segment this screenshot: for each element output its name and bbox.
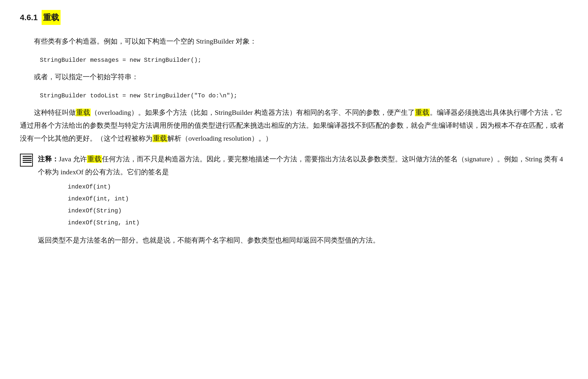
highlight-overloading-note: 重载 — [87, 155, 102, 163]
code-text-2: StringBuilder todoList = new StringBuild… — [40, 92, 237, 99]
return-type-text: 返回类型不是方法签名的一部分。也就是说，不能有两个名字相同、参数类型也相同却返回… — [38, 236, 380, 244]
note-icon — [20, 154, 33, 167]
note-label: 注释： — [38, 155, 59, 163]
code-list-item-4: indexOf(String, int) — [68, 217, 568, 229]
section-header: 4.6.1 重载 — [20, 10, 568, 25]
intro2-text: 或者，可以指定一个初始字符串： — [34, 73, 139, 81]
code-list: indexOf(int) indexOf(int, int) indexOf(S… — [68, 181, 568, 229]
code-block-2: StringBuilder todoList = new StringBuild… — [40, 90, 568, 101]
intro-text: 有些类有多个构造器。例如，可以如下构造一个空的 StringBuilder 对象… — [34, 37, 257, 45]
highlight-overloading-2: 重载 — [415, 109, 430, 116]
intro-paragraph: 有些类有多个构造器。例如，可以如下构造一个空的 StringBuilder 对象… — [20, 35, 568, 48]
code-list-item-1: indexOf(int) — [68, 181, 568, 193]
note-box: 注释：Java 允许重载任何方法，而不只是构造器方法。因此，要完整地描述一个方法… — [20, 153, 568, 253]
note-content: 注释：Java 允许重载任何方法，而不只是构造器方法。因此，要完整地描述一个方法… — [38, 153, 568, 253]
section-number: 4.6.1 — [20, 10, 38, 24]
return-type-paragraph: 返回类型不是方法签名的一部分。也就是说，不能有两个名字相同、参数类型也相同却返回… — [38, 234, 568, 247]
highlight-overloading-3: 重载 — [152, 134, 167, 142]
intro2-paragraph: 或者，可以指定一个初始字符串： — [20, 70, 568, 83]
code-text-1: StringBuilder messages = new StringBuild… — [40, 57, 201, 63]
code-list-item-3: indexOf(String) — [68, 205, 568, 217]
section-title: 重载 — [42, 10, 61, 25]
code-list-item-2: indexOf(int, int) — [68, 193, 568, 205]
code-block-1: StringBuilder messages = new StringBuild… — [40, 55, 568, 65]
overloading-paragraph: 这种特征叫做重载（overloading）。如果多个方法（比如，StringBu… — [20, 106, 568, 145]
highlight-overloading-1: 重载 — [76, 109, 91, 116]
